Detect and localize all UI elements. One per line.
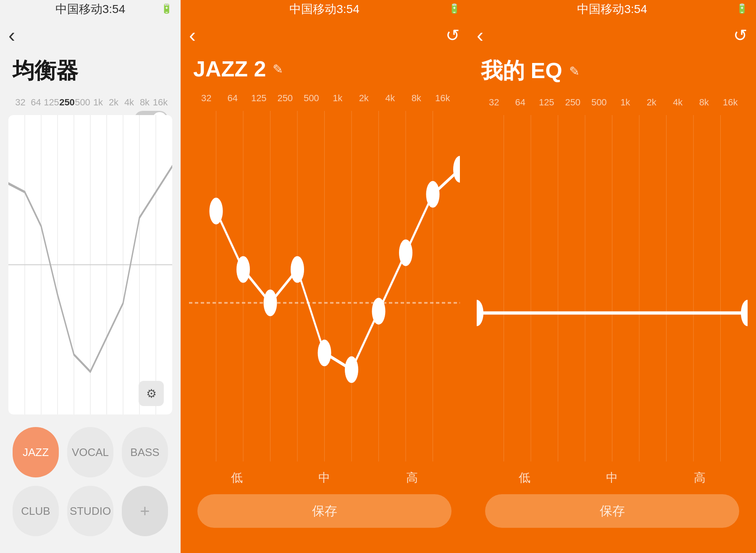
freq-64: 64 [28,97,44,108]
status-icons-2: 🔋 [449,3,460,14]
freq2-8k: 8k [403,93,430,104]
freq-8k: 8k [137,97,152,108]
eq-point-3 [264,289,277,316]
preset-vocal[interactable]: VOCAL [67,427,113,477]
eq-point-flat-right [741,300,748,326]
title-area-1: 均衡器 [0,52,181,94]
range-mid-3: 中 [606,470,618,486]
freq2-250: 250 [272,93,299,104]
eq-point-1 [210,198,223,225]
eq-title-2: JAZZ 2 ✎ [181,52,468,90]
page-title-1: 均衡器 [13,58,78,83]
panel-jazz2: 中国移动3:54 🔋 ‹ ↺ JAZZ 2 ✎ 32 64 125 250 50… [181,0,468,553]
eq-point-4 [291,256,304,283]
freq-labels-2: 32 64 125 250 500 1k 2k 4k 8k 16k [181,90,468,107]
range-low-3: 低 [519,470,530,486]
status-bar-3: 中国移动3:54 🔋 [468,0,756,18]
eq-title-text-2: JAZZ 2 [193,56,266,81]
freq-range-2: 低 中 高 [181,466,468,494]
range-high-2: 高 [406,470,418,486]
freq2-4k: 4k [377,93,404,104]
freq3-8k: 8k [691,97,717,108]
freq3-125: 125 [533,97,560,108]
freq3-32: 32 [481,97,507,108]
eq-point-10 [453,156,460,183]
edit-icon-3[interactable]: ✎ [569,64,580,79]
panel-myeq: 中国移动3:54 🔋 ‹ ↺ 我的 EQ ✎ 32 64 125 250 500… [468,0,756,553]
presets-grid: JAZZ VOCAL BASS CLUB STUDIO + [0,419,181,553]
back-button-1[interactable]: ‹ [8,25,15,45]
status-time-1: 中国移动3:54 [55,1,126,17]
eq-svg-2 [189,111,460,461]
freq2-500: 500 [298,93,325,104]
range-mid-2: 中 [318,470,330,486]
eq-chart-2[interactable] [189,111,460,461]
eq-point-6 [345,356,358,383]
freq-labels-1: 32 64 125 250 500 1k 2k 4k 8k 16k [0,94,181,111]
save-label-2: 保存 [312,503,337,520]
freq-125: 125 [44,97,59,108]
preset-club[interactable]: CLUB [13,486,59,536]
eq-point-8 [399,239,412,266]
status-time-2: 中国移动3:54 [289,1,360,17]
settings-icon: ⚙ [146,387,157,401]
status-time-3: 中国移动3:54 [577,1,647,17]
freq3-1k: 1k [612,97,639,108]
eq-title-text-3: 我的 EQ [481,56,562,86]
status-bar-2: 中国移动3:54 🔋 [181,0,468,18]
save-button-3[interactable]: 保存 [485,494,739,528]
preset-bass[interactable]: BASS [122,427,168,477]
eq-chart-1[interactable]: ⚙ [8,115,172,414]
freq-4k: 4k [121,97,137,108]
preset-add[interactable]: + [122,486,168,536]
freq-1k: 1k [90,97,106,108]
save-button-2[interactable]: 保存 [197,494,452,528]
settings-button[interactable]: ⚙ [139,381,164,406]
eq-point-2 [236,256,250,283]
freq3-2k: 2k [638,97,665,108]
freq3-250: 250 [560,97,586,108]
freq-range-3: 低 中 高 [468,466,756,494]
back-button-3[interactable]: ‹ [477,25,483,45]
eq-chart-3[interactable] [477,115,748,461]
eq-svg-1 [8,115,172,414]
eq-point-5 [318,340,331,367]
edit-icon-2[interactable]: ✎ [273,62,283,76]
freq3-16k: 16k [717,97,744,108]
freq2-125: 125 [246,93,272,104]
preset-studio[interactable]: STUDIO [67,486,113,536]
freq-500: 500 [75,97,90,108]
freq2-1k: 1k [325,93,351,104]
panel-equalizer: 中国移动3:54 🔋 ‹ 均衡器 32 64 125 250 500 1k 2k… [0,0,181,553]
status-icons-3: 🔋 [736,3,748,14]
freq-2k: 2k [106,97,121,108]
back-button-2[interactable]: ‹ [189,25,196,45]
freq2-2k: 2k [351,93,377,104]
eq-point-7 [372,298,386,325]
freq-250: 250 [59,97,75,108]
reset-button-2[interactable]: ↺ [446,26,460,45]
freq2-32: 32 [193,93,220,104]
freq3-4k: 4k [665,97,691,108]
eq-svg-3 [477,115,748,461]
range-low-2: 低 [231,470,243,486]
nav-bar-3: ‹ ↺ [468,18,756,52]
freq-labels-3: 32 64 125 250 500 1k 2k 4k 8k 16k [468,94,756,111]
range-high-3: 高 [694,470,706,486]
nav-bar-1: ‹ [0,18,181,52]
freq2-64: 64 [220,93,246,104]
preset-jazz[interactable]: JAZZ [13,427,59,477]
freq3-64: 64 [507,97,534,108]
eq-point-flat-left [477,300,483,326]
eq-point-9 [426,181,440,208]
freq-32: 32 [13,97,28,108]
status-icons-1: 🔋 [161,3,172,14]
eq-title-3: 我的 EQ ✎ [468,52,756,94]
freq3-500: 500 [586,97,612,108]
freq-16k: 16k [152,97,168,108]
status-bar-1: 中国移动3:54 🔋 [0,0,181,18]
freq2-16k: 16k [430,93,456,104]
save-label-3: 保存 [600,503,625,520]
reset-button-3[interactable]: ↺ [733,26,748,45]
nav-bar-2: ‹ ↺ [181,18,468,52]
